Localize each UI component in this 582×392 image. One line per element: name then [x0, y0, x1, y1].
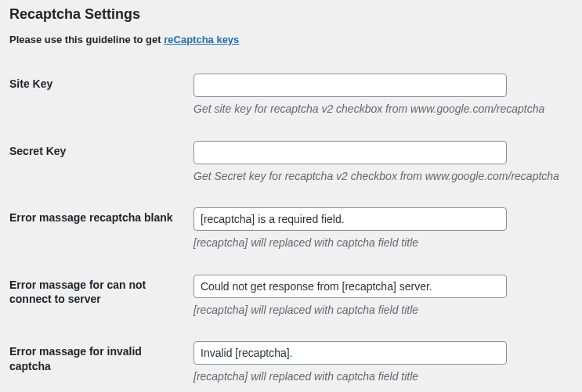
- site-key-label: Site Key: [9, 66, 193, 133]
- site-key-row: Site Key Get site key for recaptcha v2 c…: [9, 66, 573, 133]
- error-connection-input[interactable]: [193, 275, 507, 298]
- guideline-text: Please use this guideline to get reCaptc…: [9, 34, 573, 45]
- error-invalid-description: [recaptcha] will replaced with captcha f…: [193, 369, 573, 385]
- error-invalid-input[interactable]: [193, 341, 507, 365]
- error-connection-description: [recaptcha] will replaced with captcha f…: [193, 303, 573, 318]
- secret-key-row: Secret Key Get Secret key for recaptcha …: [9, 133, 573, 200]
- site-key-input[interactable]: [193, 74, 507, 97]
- error-blank-label: Error massage recaptcha blank: [9, 200, 193, 267]
- error-blank-input[interactable]: [193, 207, 507, 231]
- error-invalid-row: Error massage for invalid captcha [recap…: [9, 333, 573, 392]
- error-connection-row: Error massage for can not connect to ser…: [9, 267, 573, 334]
- guideline-prefix: Please use this guideline to get: [9, 34, 164, 45]
- recaptcha-keys-link[interactable]: reCaptcha keys: [164, 34, 239, 45]
- secret-key-input[interactable]: [193, 141, 507, 164]
- error-blank-row: Error massage recaptcha blank [recaptcha…: [9, 200, 573, 267]
- site-key-description: Get site key for recaptcha v2 checkbox f…: [193, 102, 573, 117]
- page-title: Recaptcha Settings: [9, 0, 573, 34]
- secret-key-description: Get Secret key for recaptcha v2 checkbox…: [193, 169, 573, 185]
- error-invalid-label: Error massage for invalid captcha: [9, 333, 193, 392]
- secret-key-label: Secret Key: [9, 133, 193, 200]
- error-connection-label: Error massage for can not connect to ser…: [9, 267, 193, 334]
- settings-table: Site Key Get site key for recaptcha v2 c…: [9, 66, 573, 392]
- error-blank-description: [recaptcha] will replaced with captcha f…: [193, 236, 573, 251]
